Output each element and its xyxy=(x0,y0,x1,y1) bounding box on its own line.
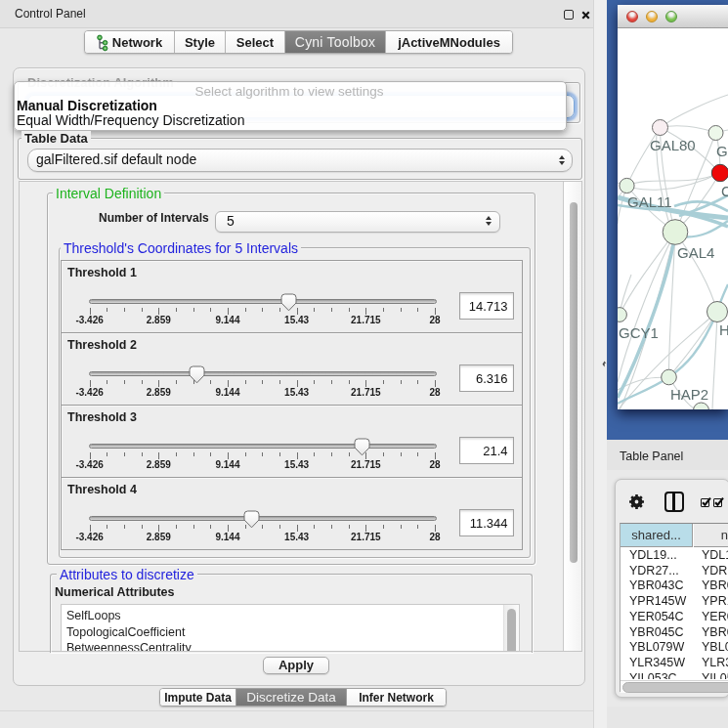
svg-text:CR: CR xyxy=(721,183,728,199)
svg-text:HAP2: HAP2 xyxy=(670,386,708,403)
table-panel-footer-area xyxy=(606,707,728,728)
table-cell-shared-name[interactable]: YBR045C xyxy=(629,625,684,639)
tab-label: Select xyxy=(236,35,274,50)
tab-label: Cyni Toolbox xyxy=(295,34,375,50)
table-cell-shared-name[interactable]: YER054C xyxy=(629,610,684,623)
table-panel-title: Table Panel xyxy=(620,450,683,463)
check-mark-icon xyxy=(714,496,725,507)
tab-label: Style xyxy=(185,35,215,50)
svg-text:GA: GA xyxy=(716,143,728,159)
table-cell-shared-name[interactable]: YDL19... xyxy=(629,548,677,562)
checkbox-checked-icon[interactable] xyxy=(701,498,709,507)
network-window-titlebar[interactable] xyxy=(618,5,728,28)
table-header-name[interactable]: name xyxy=(694,524,728,547)
zoom-traffic-light-icon[interactable] xyxy=(665,11,677,22)
check-mark-icon xyxy=(702,496,712,507)
bottom-divider xyxy=(0,710,593,711)
network-view-window: GAL80GACRGAL11GAL4GCY1HHAP2 xyxy=(618,5,728,409)
minimize-traffic-light-icon[interactable] xyxy=(646,11,658,22)
tab-label: jActiveMNodules xyxy=(398,35,500,50)
table-browser-window: shared... name YDL19...YDL19YDR27...YDR2… xyxy=(615,479,728,698)
control-panel-titlebar: Control Panel xyxy=(0,0,606,28)
table-cell-name[interactable]: YER05 xyxy=(702,610,728,623)
tab-impute-data[interactable]: Impute Data xyxy=(160,689,236,706)
cyni-toolbox-panel xyxy=(13,67,585,686)
table-cell-shared-name[interactable]: YBR043C xyxy=(629,578,684,592)
table-cell-shared-name[interactable]: YLR345W xyxy=(629,656,685,669)
table-panel-section: Table Panel shared... name YD xyxy=(606,440,728,728)
tab-label: Impute Data xyxy=(164,691,232,705)
table-cell-name[interactable]: YIL05 xyxy=(702,671,728,679)
collapse-arrow-icon[interactable] xyxy=(602,361,607,367)
table-cell-name[interactable]: YDL19 xyxy=(702,548,728,562)
table-cell-shared-name[interactable]: YDR27... xyxy=(629,564,679,578)
network-icon xyxy=(97,34,108,52)
horizontal-scrollbar[interactable] xyxy=(621,680,728,693)
table-panel-titlebar: Table Panel xyxy=(606,440,728,470)
svg-text:GCY1: GCY1 xyxy=(619,324,659,341)
table-body: YDL19...YDL19YDR27...YDR27YBR043CYBR04YP… xyxy=(621,547,728,679)
tab-select[interactable]: Select xyxy=(226,31,285,53)
tab-style[interactable]: Style xyxy=(175,31,226,53)
svg-text:GAL80: GAL80 xyxy=(650,137,696,153)
table-cell-name[interactable]: YBL07 xyxy=(702,640,728,654)
table-cell-name[interactable]: YDR27 xyxy=(702,564,728,578)
svg-text:H: H xyxy=(719,321,728,338)
column-layout-icon[interactable] xyxy=(664,492,684,512)
column-divider-bar xyxy=(672,493,675,510)
tab-cyni-toolbox[interactable]: Cyni Toolbox xyxy=(285,31,386,53)
application-root: GAL80GACRGAL11GAL4GCY1HHAP2 Table Panel xyxy=(0,0,728,728)
table-cell-name[interactable]: YPR14 xyxy=(702,594,728,608)
network-graph[interactable]: GAL80GACRGAL11GAL4GCY1HHAP2 xyxy=(618,28,728,409)
tab-infer-network[interactable]: Infer Network xyxy=(347,689,446,706)
tab-label: Discretize Data xyxy=(246,690,336,705)
table-cell-shared-name[interactable]: YPR145W xyxy=(629,594,686,608)
table-cell-name[interactable]: YBR04 xyxy=(702,625,728,639)
table-header-shared-name[interactable]: shared... xyxy=(621,524,693,547)
svg-text:GAL11: GAL11 xyxy=(627,193,672,210)
table-cell-name[interactable]: YBR04 xyxy=(702,578,728,592)
control-panel-tabbar: NetworkStyleSelectCyni ToolboxjActiveMNo… xyxy=(84,30,513,54)
svg-text:GAL4: GAL4 xyxy=(677,244,714,261)
tab-label: Network xyxy=(112,35,162,50)
tab-jactivemnodules[interactable]: jActiveMNodules xyxy=(386,31,512,53)
table-cell-shared-name[interactable]: YBL079W xyxy=(629,640,684,654)
checkbox-checked-icon[interactable] xyxy=(713,498,722,507)
panel-splitter[interactable] xyxy=(593,0,607,728)
node-table: shared... name YDL19...YDL19YDR27...YDR2… xyxy=(620,523,728,692)
tab-network[interactable]: Network xyxy=(85,31,175,53)
horizontal-scrollbar-thumb[interactable] xyxy=(622,682,728,693)
close-icon[interactable] xyxy=(580,10,591,21)
close-traffic-light-icon[interactable] xyxy=(626,11,638,22)
control-panel-title: Control Panel xyxy=(15,7,86,21)
table-toolbar xyxy=(616,480,728,522)
gear-icon[interactable] xyxy=(628,493,645,510)
table-cell-name[interactable]: YLR34 xyxy=(702,656,728,669)
network-canvas[interactable]: GAL80GACRGAL11GAL4GCY1HHAP2 xyxy=(618,28,728,409)
tab-discretize-data[interactable]: Discretize Data xyxy=(236,689,347,706)
tab-label: Infer Network xyxy=(359,691,434,705)
table-cell-shared-name[interactable]: YIL053C xyxy=(629,671,677,679)
bottom-tabbar: Impute DataDiscretize DataInfer Network xyxy=(159,688,447,707)
float-window-icon[interactable] xyxy=(564,10,574,20)
